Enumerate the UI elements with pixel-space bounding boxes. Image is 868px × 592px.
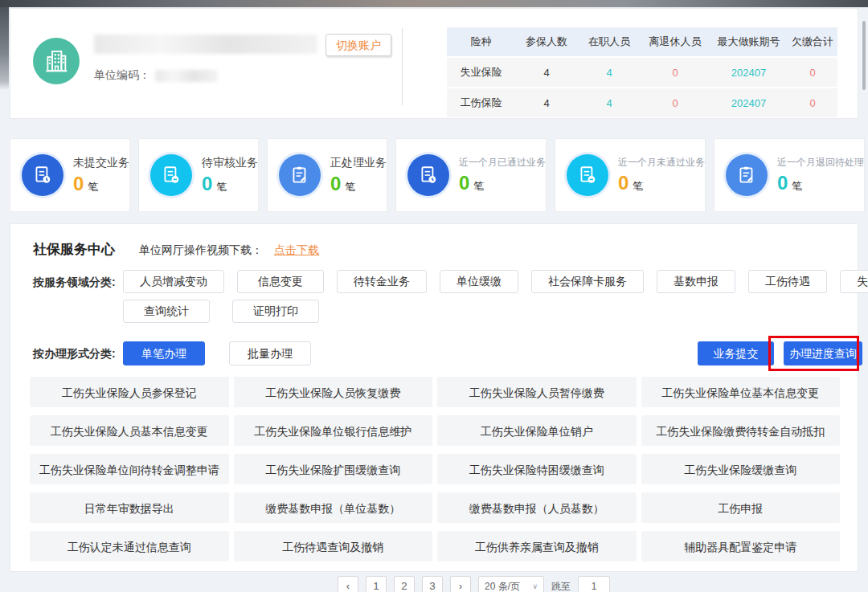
vertical-divider xyxy=(402,28,403,105)
switch-account-button[interactable]: 切换账户 xyxy=(326,34,391,56)
scrollbar[interactable] xyxy=(862,21,866,90)
cell-arrears-total: 0 xyxy=(788,67,837,79)
biz-injury-not-passed-query[interactable]: 工伤认定未通过信息查询 xyxy=(30,531,229,561)
stat-value: 0 xyxy=(618,172,628,194)
video-download-link[interactable]: 点击下载 xyxy=(274,243,319,258)
tab-batch-handling[interactable]: 批量办理 xyxy=(229,341,311,365)
domain-category-row-1: 人员增减变动 信息变更 待转金业务 单位缓缴 社会保障卡服务 基数申报 工伤待遇… xyxy=(123,270,868,293)
business-button-grid: 工伤失业保险人员参保登记 工伤失业保险人员恢复缴费 工伤失业保险人员暂停缴费 工… xyxy=(30,377,840,561)
biz-injury-declare[interactable]: 工伤申报 xyxy=(641,492,841,523)
table-row: 工伤保险 4 4 0 202407 0 xyxy=(447,88,837,117)
category-info-change[interactable]: 信息变更 xyxy=(237,270,324,293)
biz-injury-benefit-query-cancel[interactable]: 工伤待遇查询及撤销 xyxy=(234,531,433,561)
stat-unit: 笔 xyxy=(792,180,802,192)
cell-insurance-type: 失业保险 xyxy=(447,65,515,80)
stat-value: 0 xyxy=(330,173,341,194)
cell-insured-count: 4 xyxy=(515,97,578,109)
stat-label: 正处理业务 xyxy=(330,156,387,170)
biz-bank-info-maintenance[interactable]: 工伤失业保险单位银行信息维护 xyxy=(234,415,433,446)
desktop-background-edge xyxy=(0,7,9,90)
col-insurance-type: 险种 xyxy=(447,35,515,49)
unit-code-label: 单位编码： xyxy=(94,68,150,83)
col-arrears-total: 欠缴合计 xyxy=(788,35,837,49)
cell-insured-count: 4 xyxy=(515,67,578,79)
biz-base-declare-person[interactable]: 缴费基数申报（人员基数） xyxy=(437,492,637,523)
page-background: { "colors": { "primary_blue": "#2a6ae9",… xyxy=(0,0,868,592)
stat-unit: 笔 xyxy=(216,181,227,193)
table-row: 失业保险 4 4 0 202407 0 xyxy=(447,58,837,87)
company-summary-card: 切换账户 单位编码： 险种 参保人数 在职人员 离退休人员 最大做账期号 欠缴合… xyxy=(10,8,858,119)
prev-page-button[interactable]: ‹ xyxy=(338,576,358,592)
col-active-count: 在职人员 xyxy=(578,35,641,49)
page-size-value: 20 条/页 xyxy=(485,577,520,592)
biz-special-deferral-query[interactable]: 工伤失业保险特困缓缴查询 xyxy=(437,454,637,484)
clipboard-arrow-icon xyxy=(726,154,768,196)
progress-query-button[interactable]: 办理进度查询 xyxy=(784,341,862,365)
page-button-1[interactable]: 1 xyxy=(366,576,387,592)
category-unemployment-benefits[interactable]: 失业待遇 xyxy=(840,270,868,293)
cell-max-period: 202407 xyxy=(710,67,788,79)
category-social-security-card[interactable]: 社会保障卡服务 xyxy=(531,270,644,293)
biz-resume-payment[interactable]: 工伤失业保险人员恢复缴费 xyxy=(234,377,433,407)
redacted-company-name xyxy=(94,35,317,54)
biz-suspend-payment[interactable]: 工伤失业保险人员暂停缴费 xyxy=(437,377,637,407)
stat-card-pending-review: 待审核业务 0笔 xyxy=(138,138,259,212)
cell-active-count: 4 xyxy=(578,97,641,109)
stat-value: 0 xyxy=(459,172,469,194)
category-pending-transfer[interactable]: 待转金业务 xyxy=(337,270,427,293)
stat-value: 0 xyxy=(202,173,212,194)
biz-unit-account-close[interactable]: 工伤失业保险单位销户 xyxy=(437,415,637,446)
tab-single-handling[interactable]: 单笔办理 xyxy=(123,341,205,365)
biz-unit-info-change[interactable]: 工伤失业保险单位基本信息变更 xyxy=(641,377,841,407)
stat-card-returned-last-month: 近一个月退回待处理 0笔 xyxy=(714,138,865,212)
biz-expand-deferral-query[interactable]: 工伤失业保险扩围缓缴查询 xyxy=(234,454,433,484)
biz-base-declare-unit[interactable]: 缴费基数申报（单位基数） xyxy=(234,492,433,523)
stat-label: 未提交业务 xyxy=(73,156,129,170)
col-retired-count: 离退休人员 xyxy=(641,35,710,49)
biz-annual-review-export[interactable]: 日常年审数据导出 xyxy=(30,492,229,523)
pagination: ‹ 1 2 3 › 20 条/页 ∨ 跳至 1 xyxy=(338,576,610,592)
stat-unit: 笔 xyxy=(88,181,98,193)
page-button-2[interactable]: 2 xyxy=(394,576,415,592)
stat-label: 近一个月退回待处理 xyxy=(777,156,864,169)
jump-to-page-input[interactable]: 1 xyxy=(578,576,610,592)
table-header-row: 险种 参保人数 在职人员 离退休人员 最大做账期号 欠缴合计 xyxy=(447,27,837,56)
unit-code: 单位编码： xyxy=(94,68,218,83)
page-title: 社保服务中心 xyxy=(33,240,115,259)
desktop-background-strip xyxy=(0,0,868,7)
col-max-period: 最大做账期号 xyxy=(710,35,788,49)
business-submit-button[interactable]: 业务提交 xyxy=(698,341,774,365)
redacted-unit-code-value xyxy=(155,70,218,82)
category-certificate-print[interactable]: 证明打印 xyxy=(232,300,319,323)
document-clock-icon xyxy=(22,154,63,196)
service-center-card: 社保服务中心 单位网厅操作视频下载： 点击下载 按服务领域分类: 人员增减变动 … xyxy=(10,223,858,572)
domain-category-row-2: 查询统计 证明打印 xyxy=(123,300,319,323)
page-button-3[interactable]: 3 xyxy=(422,576,443,592)
cell-max-period: 202407 xyxy=(710,97,788,109)
category-query-statistics[interactable]: 查询统计 xyxy=(123,300,210,323)
biz-auto-deduction[interactable]: 工伤失业保险缴费待转金自动抵扣 xyxy=(641,415,841,446)
cell-active-count: 4 xyxy=(578,67,641,79)
page-size-select[interactable]: 20 条/页 ∨ xyxy=(478,576,544,592)
category-base-declaration[interactable]: 基数申报 xyxy=(657,270,735,293)
cell-arrears-total: 0 xyxy=(788,97,837,109)
stat-value: 0 xyxy=(777,172,788,194)
company-building-icon xyxy=(33,38,80,84)
category-injury-benefits[interactable]: 工伤待遇 xyxy=(748,270,827,293)
biz-insured-registration[interactable]: 工伤失业保险人员参保登记 xyxy=(30,377,229,407)
business-stats-row: 未提交业务 0笔 待审核业务 0笔 正处理业务 0笔 近一个月已通过业务 0笔 … xyxy=(10,138,858,212)
stat-label: 近一个月已通过业务 xyxy=(459,156,546,169)
biz-transfer-adjust-apply[interactable]: 工伤失业保险单位间待转金调整申请 xyxy=(30,454,229,484)
biz-person-info-change[interactable]: 工伤失业保险人员基本信息变更 xyxy=(30,415,229,446)
handle-type-label: 按办理形式分类: xyxy=(33,347,116,361)
biz-deferral-query[interactable]: 工伤失业保险缓缴查询 xyxy=(641,454,841,484)
service-domain-label: 按服务领域分类: xyxy=(33,276,116,290)
stat-unit: 笔 xyxy=(345,181,355,193)
biz-assistive-device-apply[interactable]: 辅助器具配置鉴定申请 xyxy=(641,531,841,561)
category-unit-deferral[interactable]: 单位缓缴 xyxy=(440,270,518,293)
biz-dependent-query-cancel[interactable]: 工伤供养亲属查询及撤销 xyxy=(437,531,637,561)
next-page-button[interactable]: › xyxy=(450,576,471,592)
category-personnel-change[interactable]: 人员增减变动 xyxy=(123,270,224,293)
stat-card-rejected-last-month: 近一个月未通过业务 0笔 xyxy=(555,138,706,212)
stat-card-unsubmitted: 未提交业务 0笔 xyxy=(10,138,130,212)
